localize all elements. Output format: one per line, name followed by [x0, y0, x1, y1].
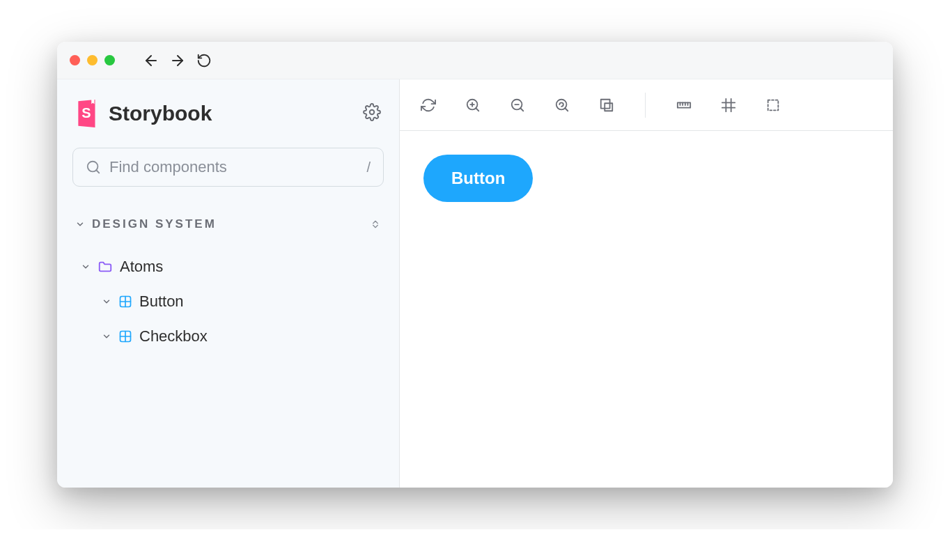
zoom-reset-button[interactable] [552, 95, 573, 116]
zoom-out-icon [510, 98, 525, 113]
refresh-icon [196, 53, 212, 68]
component-icon [118, 295, 132, 309]
tree-item-label: Checkbox [139, 327, 208, 345]
tree-item-checkbox[interactable]: Checkbox [72, 319, 384, 354]
zoom-reset-icon [554, 98, 570, 113]
titlebar [57, 42, 893, 79]
section-header[interactable]: DESIGN SYSTEM [72, 217, 384, 231]
slash-shortcut-hint: / [366, 160, 371, 176]
close-window-button[interactable] [70, 55, 80, 65]
grid-icon [721, 98, 736, 113]
ruler-icon [676, 98, 692, 113]
canvas: Button [400, 131, 893, 488]
maximize-window-button[interactable] [104, 55, 115, 65]
toolbar-divider [645, 93, 646, 118]
svg-rect-23 [678, 102, 690, 107]
outline-button[interactable] [763, 95, 784, 116]
chevron-down-icon [102, 332, 111, 341]
forward-button[interactable] [168, 51, 187, 70]
settings-button[interactable] [363, 103, 381, 124]
svg-text:S: S [81, 105, 91, 120]
main-panel: Button [400, 79, 893, 488]
gear-icon [363, 103, 381, 121]
tree-item-label: Button [139, 293, 184, 311]
svg-line-17 [520, 108, 523, 111]
back-button[interactable] [141, 51, 161, 70]
outline-icon [765, 98, 781, 113]
arrow-left-icon [143, 52, 159, 69]
svg-rect-22 [605, 103, 612, 111]
window-controls [70, 55, 115, 65]
content-area: S Storybook / DESIGN SYSTEM [57, 79, 893, 488]
sync-button[interactable] [418, 95, 439, 116]
viewport-icon [599, 98, 614, 113]
refresh-button[interactable] [194, 51, 214, 70]
viewport-button[interactable] [596, 95, 617, 116]
search-input[interactable] [109, 158, 358, 176]
svg-line-5 [96, 170, 99, 173]
tree-item-button[interactable]: Button [72, 284, 384, 319]
brand-row: S Storybook [72, 99, 384, 128]
sidebar: S Storybook / DESIGN SYSTEM [57, 79, 400, 488]
brand-name: Storybook [109, 102, 212, 125]
demo-button[interactable]: Button [423, 155, 533, 202]
search-box[interactable]: / [72, 148, 384, 187]
chevron-down-icon [75, 219, 85, 229]
grid-button[interactable] [718, 95, 739, 116]
tree-item-atoms[interactable]: Atoms [72, 249, 384, 284]
folder-icon [98, 259, 113, 274]
svg-line-13 [476, 108, 478, 111]
zoom-out-button[interactable] [507, 95, 528, 116]
toolbar [400, 79, 893, 131]
storybook-logo-icon: S [75, 99, 100, 128]
arrow-right-icon [169, 52, 186, 69]
svg-line-20 [565, 108, 568, 111]
app-window: S Storybook / DESIGN SYSTEM [57, 42, 893, 488]
svg-point-3 [370, 110, 375, 115]
minimize-window-button[interactable] [87, 55, 98, 65]
search-icon [86, 160, 101, 175]
section-title: DESIGN SYSTEM [92, 217, 217, 231]
sync-icon [421, 98, 436, 113]
component-icon [118, 329, 132, 343]
zoom-in-icon [465, 98, 481, 113]
brand: S Storybook [75, 99, 212, 128]
svg-rect-32 [768, 100, 779, 110]
zoom-in-button[interactable] [462, 95, 483, 116]
chevron-down-icon [102, 297, 111, 306]
sort-icon[interactable] [370, 219, 381, 230]
tree-item-label: Atoms [120, 258, 163, 276]
chevron-down-icon [81, 262, 91, 272]
measure-button[interactable] [673, 95, 694, 116]
